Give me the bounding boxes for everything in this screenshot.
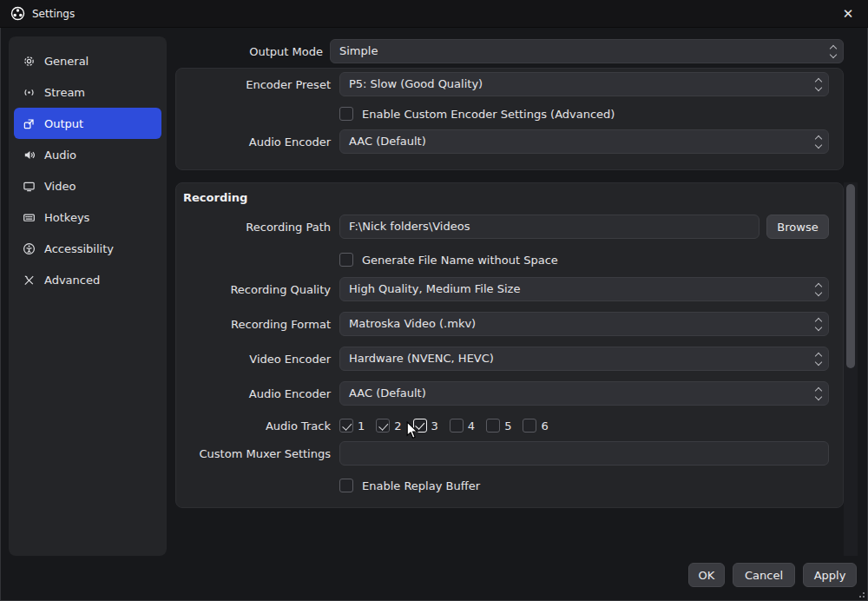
scrollbar-thumb[interactable] [846,184,855,368]
output-icon [23,117,36,130]
keyboard-icon [23,211,36,224]
recording-section-title: Recording [183,191,247,204]
browse-button[interactable]: Browse [766,215,829,239]
recording-path-input[interactable]: F:\Nick folders\Videos [339,215,760,239]
settings-sidebar: General Stream Output Audio Video Hot [9,36,167,556]
combo-spinner[interactable] [816,313,821,335]
audio-track-4-label: 4 [468,419,475,433]
resize-grip[interactable] [863,596,865,598]
video-encoder-select[interactable]: Hardware (NVENC, HEVC) [339,347,829,371]
sidebar-item-label: Advanced [44,274,100,287]
recording-format-select[interactable]: Matroska Video (.mkv) [339,312,829,336]
sidebar-item-label: Hotkeys [44,211,89,224]
audio-encoder-label: Audio Encoder [176,135,331,149]
replay-buffer-checkbox[interactable] [339,479,353,492]
sidebar-item-stream[interactable]: Stream [14,76,161,108]
accessibility-icon [23,242,36,255]
settings-window: { "window": { "title": "Settings", "clos… [0,0,868,601]
combo-spinner[interactable] [816,130,821,153]
rec-audio-encoder-row: Audio Encoder AAC (Default) [176,381,829,406]
tools-icon [23,274,36,287]
combo-spinner[interactable] [816,347,821,370]
recording-format-row: Recording Format Matroska Video (.mkv) [176,312,829,336]
encoder-preset-row: Encoder Preset P5: Slow (Good Quality) [176,72,829,96]
sidebar-item-hotkeys[interactable]: Hotkeys [14,201,161,233]
video-encoder-label: Video Encoder [176,353,331,366]
audio-track-2-checkbox[interactable] [376,419,390,433]
sidebar-item-general[interactable]: General [14,45,161,76]
display-icon [23,180,36,193]
video-encoder-value: Hardware (NVENC, HEVC) [349,352,494,365]
recording-section: Recording Recording Path F:\Nick folders… [175,182,844,508]
audio-encoder-value: AAC (Default) [349,386,426,400]
chevron-down-icon [815,141,822,148]
audio-track-1: 1 [339,419,365,433]
combo-spinner[interactable] [816,382,821,405]
video-encoder-row: Video Encoder Hardware (NVENC, HEVC) [176,347,829,371]
stream-audio-encoder-select[interactable]: AAC (Default) [339,129,829,154]
custom-muxer-label: Custom Muxer Settings [176,447,331,460]
audio-track-3: 3 [413,419,438,433]
encoder-preset-value: P5: Slow (Good Quality) [349,77,483,90]
obs-logo-icon [10,6,25,21]
custom-encoder-label: Enable Custom Encoder Settings (Advanced… [362,108,615,121]
gear-icon [23,55,36,68]
audio-track-1-checkbox[interactable] [339,419,353,433]
chevron-down-icon [815,83,822,90]
audio-track-4-checkbox[interactable] [450,419,464,433]
chevron-down-icon [815,288,822,295]
combo-spinner[interactable] [816,73,821,96]
custom-muxer-input[interactable] [339,441,829,466]
sidebar-item-label: Video [44,180,76,193]
output-mode-value: Simple [339,44,378,57]
replay-buffer-label: Enable Replay Buffer [362,479,480,492]
sidebar-item-label: Audio [44,149,76,162]
apply-button[interactable]: Apply [803,563,857,587]
chevron-down-icon [815,393,822,400]
custom-muxer-row: Custom Muxer Settings [176,441,829,466]
recording-quality-select[interactable]: High Quality, Medium File Size [339,277,829,301]
audio-track-3-checkbox[interactable] [413,419,427,433]
audio-track-6: 6 [523,419,548,433]
encoder-preset-select[interactable]: P5: Slow (Good Quality) [339,72,829,96]
recording-quality-value: High Quality, Medium File Size [349,282,520,295]
recording-format-value: Matroska Video (.mkv) [349,317,476,330]
output-mode-row: Output Mode Simple [175,39,844,63]
audio-encoder-value: AAC (Default) [349,135,426,148]
stream-audio-encoder-row: Audio Encoder AAC (Default) [176,129,829,154]
audio-track-6-checkbox[interactable] [523,419,536,433]
ok-button[interactable]: OK [688,563,725,587]
audio-encoder-label: Audio Encoder [176,387,331,400]
audio-track-5: 5 [486,419,511,433]
combo-spinner[interactable] [831,40,836,63]
combo-spinner[interactable] [816,278,821,300]
vertical-scrollbar[interactable] [844,182,858,556]
broadcast-icon [23,86,36,99]
sidebar-item-advanced[interactable]: Advanced [14,264,161,295]
speaker-icon [23,149,36,162]
audio-track-5-label: 5 [504,419,511,433]
rec-audio-encoder-select[interactable]: AAC (Default) [339,381,829,406]
audio-track-5-checkbox[interactable] [486,419,500,433]
window-title: Settings [32,8,75,20]
title-bar: Settings [0,0,868,28]
audio-track-1-label: 1 [358,419,365,433]
sidebar-item-accessibility[interactable]: Accessibility [14,233,161,264]
audio-track-3-label: 3 [431,419,438,433]
no-space-checkbox[interactable] [339,253,353,267]
custom-encoder-row: Enable Custom Encoder Settings (Advanced… [176,105,829,122]
audio-track-row: Audio Track 1 2 3 4 5 6 [176,418,829,433]
output-mode-label: Output Mode [175,45,323,58]
encoder-preset-label: Encoder Preset [176,78,331,91]
streaming-section: Encoder Preset P5: Slow (Good Quality) E… [175,68,844,170]
recording-quality-label: Recording Quality [176,283,331,296]
sidebar-item-output[interactable]: Output [14,108,161,139]
output-mode-select[interactable]: Simple [330,39,844,63]
cancel-button[interactable]: Cancel [733,563,795,587]
audio-track-label: Audio Track [176,419,331,433]
sidebar-item-video[interactable]: Video [14,170,161,201]
sidebar-item-audio[interactable]: Audio [14,139,161,170]
recording-path-row: Recording Path F:\Nick folders\Videos Br… [176,215,829,239]
close-button[interactable]: ✕ [828,0,868,28]
custom-encoder-checkbox[interactable] [339,107,353,121]
